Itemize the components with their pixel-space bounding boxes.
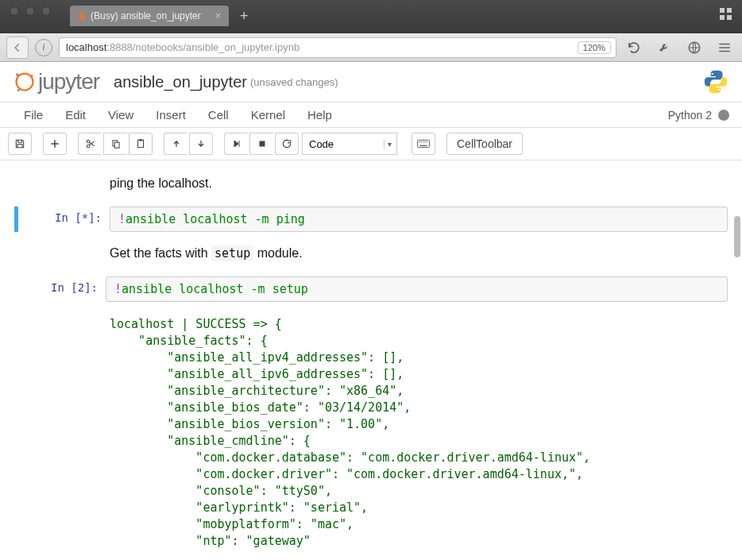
code-text-1: ansible localhost -m ping (126, 212, 305, 226)
celltoolbar-label: CellToolbar (457, 137, 512, 150)
paste-button[interactable] (129, 133, 153, 155)
code-cell-1[interactable]: In [*]: !ansible localhost -m ping (14, 207, 728, 232)
scrollbar-thumb[interactable] (734, 216, 740, 257)
toolbar: Code CellToolbar (0, 128, 742, 160)
move-down-button[interactable] (189, 133, 213, 155)
menu-kernel[interactable]: Kernel (240, 103, 296, 126)
menubar: File Edit View Insert Cell Kernel Help P… (0, 102, 742, 128)
tab-title: (Busy) ansible_on_jupyter (91, 10, 201, 21)
reload-button[interactable] (623, 37, 645, 59)
svg-rect-11 (138, 140, 144, 147)
svg-rect-14 (418, 140, 430, 147)
restart-button[interactable] (275, 133, 299, 155)
browser-tab[interactable]: ◉ (Busy) ansible_on_jupyter × (70, 6, 229, 26)
svg-rect-20 (419, 145, 427, 146)
save-button[interactable] (8, 133, 32, 155)
move-up-button[interactable] (164, 133, 187, 155)
svg-point-1 (17, 74, 33, 91)
svg-rect-18 (424, 141, 425, 142)
arrow-left-icon (12, 42, 23, 53)
shell-bang-2: ! (114, 282, 122, 296)
code-input-2[interactable]: !ansible localhost -m setup (106, 276, 728, 302)
svg-rect-15 (419, 141, 419, 142)
site-info-icon[interactable]: i (35, 39, 52, 56)
code-input-1[interactable]: !ansible localhost -m ping (110, 207, 728, 232)
menu-help[interactable]: Help (296, 103, 343, 126)
window-minimize-dot[interactable] (25, 6, 35, 16)
svg-point-4 (17, 89, 20, 91)
globe-button[interactable] (683, 37, 705, 59)
arrow-down-icon (196, 139, 206, 149)
md2-code: setup (211, 245, 253, 261)
back-button[interactable] (6, 37, 29, 59)
settings-button[interactable] (653, 37, 675, 59)
reload-icon (627, 41, 641, 55)
cell-type-value: Code (309, 138, 334, 150)
markdown-text-2[interactable]: Get the facts with setup module. (110, 246, 728, 261)
md2-prefix: Get the facts with (110, 246, 211, 260)
notebook-status: (unsaved changes) (250, 76, 338, 88)
menu-insert[interactable]: Insert (145, 103, 197, 126)
plus-icon (49, 138, 60, 149)
menu-cell[interactable]: Cell (197, 103, 240, 126)
window-maximize-dot[interactable] (41, 6, 51, 16)
url-bar: i localhost:8888/notebooks/ansible_on_ju… (0, 33, 742, 62)
python-logo-icon (702, 68, 729, 95)
celltoolbar-select[interactable]: CellToolbar (446, 133, 523, 155)
scissors-icon (85, 138, 96, 149)
add-cell-button[interactable] (43, 133, 67, 155)
url-field[interactable]: localhost:8888/notebooks/ansible_on_jupy… (59, 37, 616, 58)
interrupt-button[interactable] (249, 133, 273, 155)
cut-button[interactable] (78, 133, 102, 155)
menu-file[interactable]: File (13, 103, 54, 126)
menu-edit[interactable]: Edit (54, 103, 97, 126)
menu-button[interactable] (713, 37, 736, 59)
cell-prompt-1: In [*]: (18, 207, 110, 232)
svg-point-6 (718, 89, 720, 91)
cell-output-2: localhost | SUCCESS => { "ansible_facts"… (110, 316, 728, 550)
kernel-name: Python 2 (668, 109, 712, 122)
window-close-dot[interactable] (10, 6, 19, 16)
jupyter-logo[interactable]: jupyter (13, 69, 99, 95)
apps-grid-icon[interactable] (720, 8, 732, 21)
code-cell-2[interactable]: In [2]: !ansible localhost -m setup (14, 276, 728, 302)
tab-close-icon[interactable]: × (215, 10, 221, 21)
paste-icon (135, 138, 146, 149)
new-tab-button[interactable]: + (235, 8, 253, 25)
kernel-status[interactable]: Python 2 (668, 109, 729, 122)
menu-view[interactable]: View (97, 103, 145, 126)
code-text-2: ansible localhost -m setup (122, 282, 308, 296)
wrench-icon (657, 41, 671, 55)
svg-rect-10 (114, 142, 119, 148)
notebook-area: ping the localhost. In [*]: !ansible loc… (0, 160, 742, 560)
hamburger-icon (717, 41, 732, 55)
svg-rect-13 (259, 141, 265, 147)
url-host: localhost (66, 41, 106, 53)
url-path: /notebooks/ansible_on_jupyter.ipynb (133, 41, 300, 53)
restart-icon (281, 138, 292, 149)
md2-suffix: module. (253, 246, 302, 260)
svg-point-3 (31, 75, 33, 77)
kernel-busy-icon (718, 110, 729, 121)
run-button[interactable] (224, 133, 248, 155)
svg-point-2 (16, 73, 19, 76)
cell-type-select[interactable]: Code (302, 133, 397, 155)
zoom-badge[interactable]: 120% (578, 41, 611, 54)
svg-rect-16 (421, 141, 422, 142)
cell-prompt-2: In [2]: (14, 276, 106, 302)
chrome-right-controls (720, 8, 732, 21)
jupyter-logo-text: jupyter (38, 69, 99, 95)
copy-button[interactable] (103, 133, 127, 155)
markdown-text-1[interactable]: ping the localhost. (110, 176, 728, 191)
browser-title-bar: ◉ (Busy) ansible_on_jupyter × + (0, 0, 742, 33)
jupyter-favicon-icon: ◉ (78, 10, 86, 21)
copy-icon (110, 138, 122, 149)
svg-rect-19 (426, 141, 427, 142)
command-palette-button[interactable] (412, 133, 435, 155)
notebook-name[interactable]: ansible_on_jupyter (114, 73, 247, 91)
save-icon (14, 138, 25, 149)
tab-bar: ◉ (Busy) ansible_on_jupyter × + (70, 6, 253, 26)
svg-rect-17 (423, 141, 423, 142)
url-port: :8888 (106, 41, 133, 53)
step-forward-icon (232, 139, 242, 149)
